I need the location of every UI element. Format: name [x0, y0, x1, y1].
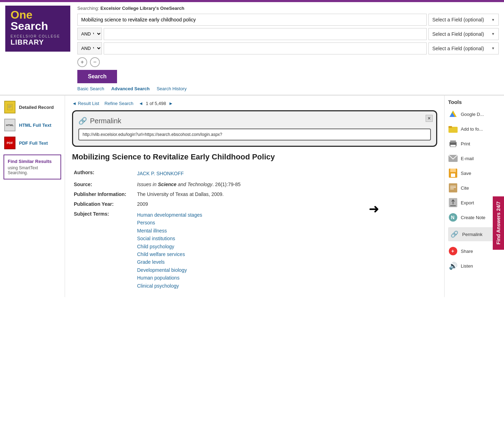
export-icon [448, 198, 458, 208]
detailed-record-label: Detailed Record [19, 105, 54, 110]
subject-link[interactable]: Human developmental stages [137, 211, 435, 219]
create-note-label: Create Note [461, 215, 485, 220]
operator-select-2[interactable]: AND ▼ OR NOT [77, 42, 102, 54]
html-icon: HTML [4, 119, 16, 131]
permalink-url[interactable]: http://vlib.excelsior.edu/login?url=http… [78, 129, 431, 140]
permalink-label: Permalink [462, 232, 483, 237]
tool-print[interactable]: Print [448, 139, 500, 149]
subject-link[interactable]: Child welfare services [137, 250, 435, 258]
email-icon [448, 153, 458, 163]
main-wrapper: Detailed Record HTML HTML Full Text PDF … [0, 95, 504, 297]
svg-rect-15 [451, 173, 455, 177]
tool-email[interactable]: E-mail [448, 153, 500, 163]
authors-label: Authors: [72, 168, 135, 179]
search-history-link[interactable]: Search History [157, 86, 187, 91]
publisher-label: Publisher Information: [72, 189, 135, 199]
google-drive-label: Google D... [461, 112, 484, 117]
result-count: ◄ 1 of 5,498 ► [139, 101, 173, 106]
searching-label: Searching: Excelsior College Library's O… [77, 6, 499, 11]
svg-rect-10 [450, 140, 456, 143]
tools-title: Tools [448, 99, 500, 105]
subject-link[interactable]: Mental illness [137, 227, 435, 235]
left-sidebar: Detailed Record HTML HTML Full Text PDF … [0, 96, 65, 297]
author-link[interactable]: JACK P. SHONKOFF [137, 170, 435, 177]
subject-link[interactable]: Grade levels [137, 258, 435, 266]
year-row: Publication Year: 2009 [72, 199, 437, 209]
print-icon [448, 139, 458, 149]
detail-table: Authors: JACK P. SHONKOFF Source: Issues… [72, 168, 437, 292]
subject-link[interactable]: Child psychology [137, 243, 435, 250]
next-arrow[interactable]: ► [169, 101, 173, 106]
export-label: Export [461, 200, 474, 205]
field-select-2[interactable]: Select a Field (optional) [428, 28, 499, 40]
prev-arrow[interactable]: ◄ [139, 101, 143, 106]
logo[interactable]: One Search EXCELSIOR COLLEGE LIBRARY [5, 6, 70, 52]
share-label: Share [461, 249, 473, 254]
search-row-1: Select a Field (optional) [77, 14, 499, 26]
cite-icon [448, 183, 458, 193]
permalink-icon: 🔗 [450, 229, 459, 239]
find-similar-title: Find Similar Results [8, 159, 57, 164]
listen-icon: 🔊 [448, 261, 458, 271]
svg-rect-11 [450, 145, 456, 147]
header: One Search EXCELSIOR COLLEGE LIBRARY Sea… [0, 2, 504, 95]
field-select-1[interactable]: Select a Field (optional) [428, 14, 499, 26]
svg-rect-0 [7, 104, 12, 110]
search-input-2[interactable] [104, 28, 427, 40]
email-label: E-mail [461, 156, 474, 161]
svg-rect-16 [449, 183, 457, 192]
arrow-annotation: ➜ [369, 202, 379, 216]
search-area: Searching: Excelsior College Library's O… [77, 6, 499, 91]
logo-search: Search [11, 20, 65, 32]
search-row-2: AND ▼ OR NOT Select a Field (optional) [77, 28, 499, 40]
tool-google-drive[interactable]: Google D... [448, 109, 500, 119]
cite-label: Cite [461, 185, 469, 191]
publisher-value: The University of Texas at Dallas, 2009. [135, 189, 437, 199]
subject-link[interactable]: Human populations [137, 274, 435, 282]
subject-link[interactable]: Developmental biology [137, 266, 435, 274]
find-answers-banner[interactable]: Find Answers 24/7 [493, 196, 504, 250]
sidebar-item-html-fulltext[interactable]: HTML HTML Full Text [4, 119, 61, 131]
operator-select-1[interactable]: AND ▼ OR NOT [77, 28, 102, 40]
print-label: Print [461, 141, 470, 146]
permalink-close-button[interactable]: ✕ [426, 115, 433, 122]
add-row-button[interactable]: + [77, 57, 87, 67]
save-icon [448, 168, 458, 178]
remove-row-button[interactable]: − [90, 57, 100, 67]
tool-listen[interactable]: 🔊 Listen [448, 261, 500, 271]
svg-text:+: + [451, 248, 454, 254]
permalink-popup: 🔗 Permalink ✕ http://vlib.excelsior.edu/… [72, 110, 437, 147]
result-list-link[interactable]: ◄ Result List [72, 101, 99, 106]
tool-save[interactable]: Save [448, 168, 500, 178]
tool-add-folder[interactable]: Add to fo... [448, 124, 500, 134]
share-icon: + [448, 246, 458, 256]
search-button[interactable]: Search [77, 70, 117, 83]
year-label: Publication Year: [72, 199, 135, 209]
pdf-icon: PDF [4, 137, 16, 149]
find-similar-sub: using SmartText Searching. [8, 165, 57, 175]
search-input-main[interactable] [77, 14, 427, 26]
find-similar-box[interactable]: Find Similar Results using SmartText Sea… [4, 155, 61, 179]
listen-label: Listen [461, 263, 473, 269]
folder-icon [448, 124, 458, 134]
field-select-3[interactable]: Select a Field (optional) [428, 42, 499, 54]
document-icon [4, 101, 16, 113]
article-title: Mobilizing Science to Revitalize Early C… [72, 152, 437, 162]
refine-search-link[interactable]: Refine Search [104, 101, 133, 106]
basic-search-link[interactable]: Basic Search [77, 86, 104, 91]
advanced-search-link[interactable]: Advanced Search [111, 86, 150, 91]
publisher-row: Publisher Information: The University of… [72, 189, 437, 199]
sidebar-item-detailed-record[interactable]: Detailed Record [4, 101, 61, 113]
source-row: Source: Issues in Science and Technology… [72, 179, 437, 189]
pdf-full-text-label: PDF Full Text [19, 140, 48, 146]
search-row-3: AND ▼ OR NOT Select a Field (optional) [77, 42, 499, 54]
svg-rect-8 [448, 126, 452, 128]
subject-link[interactable]: Clinical psychology [137, 282, 435, 290]
subject-link[interactable]: Social institutions [137, 235, 435, 242]
save-label: Save [461, 171, 471, 176]
subject-link[interactable]: Persons [137, 219, 435, 227]
tool-cite[interactable]: Cite [448, 183, 500, 193]
sidebar-item-pdf-fulltext[interactable]: PDF PDF Full Text [4, 137, 61, 149]
logo-excelsior: EXCELSIOR COLLEGE [11, 34, 65, 38]
search-input-3[interactable] [104, 42, 427, 54]
